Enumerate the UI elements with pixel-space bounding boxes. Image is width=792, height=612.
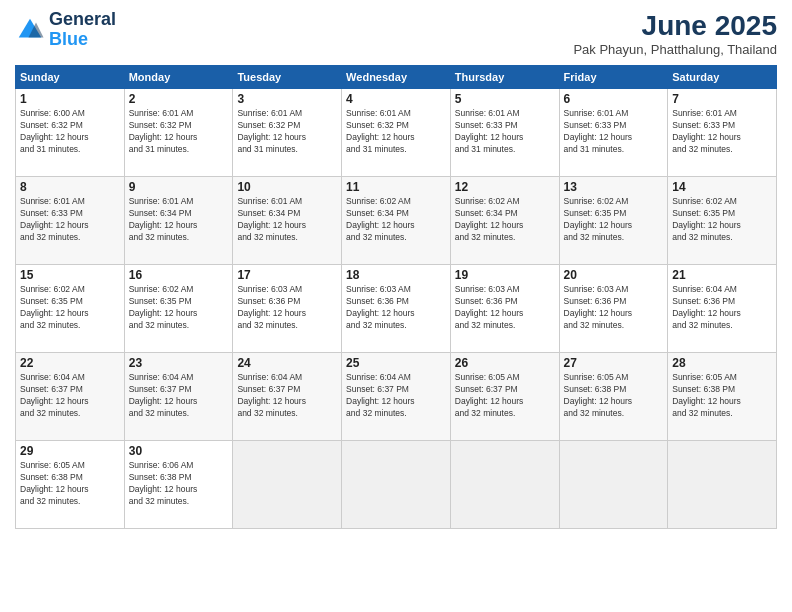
day-info: Sunrise: 6:02 AM Sunset: 6:35 PM Dayligh… [672,196,772,244]
day-number: 22 [20,356,120,370]
day-info: Sunrise: 6:05 AM Sunset: 6:38 PM Dayligh… [20,460,120,508]
calendar-week-row: 1Sunrise: 6:00 AM Sunset: 6:32 PM Daylig… [16,89,777,177]
day-number: 21 [672,268,772,282]
calendar-cell: 21Sunrise: 6:04 AM Sunset: 6:36 PM Dayli… [668,265,777,353]
calendar-cell: 6Sunrise: 6:01 AM Sunset: 6:33 PM Daylig… [559,89,668,177]
day-info: Sunrise: 6:02 AM Sunset: 6:34 PM Dayligh… [346,196,446,244]
day-info: Sunrise: 6:01 AM Sunset: 6:33 PM Dayligh… [455,108,555,156]
day-number: 1 [20,92,120,106]
day-info: Sunrise: 6:02 AM Sunset: 6:34 PM Dayligh… [455,196,555,244]
day-number: 17 [237,268,337,282]
calendar-cell: 12Sunrise: 6:02 AM Sunset: 6:34 PM Dayli… [450,177,559,265]
day-number: 14 [672,180,772,194]
calendar-cell [233,441,342,529]
weekday-header: Thursday [450,66,559,89]
day-number: 10 [237,180,337,194]
calendar-cell: 28Sunrise: 6:05 AM Sunset: 6:38 PM Dayli… [668,353,777,441]
day-info: Sunrise: 6:03 AM Sunset: 6:36 PM Dayligh… [564,284,664,332]
location-subtitle: Pak Phayun, Phatthalung, Thailand [573,42,777,57]
calendar-cell: 23Sunrise: 6:04 AM Sunset: 6:37 PM Dayli… [124,353,233,441]
weekday-header: Wednesday [342,66,451,89]
logo: General Blue [15,10,116,50]
day-number: 15 [20,268,120,282]
day-info: Sunrise: 6:05 AM Sunset: 6:38 PM Dayligh… [672,372,772,420]
day-number: 27 [564,356,664,370]
day-info: Sunrise: 6:00 AM Sunset: 6:32 PM Dayligh… [20,108,120,156]
logo-line2: Blue [49,30,116,50]
day-number: 29 [20,444,120,458]
calendar-cell: 16Sunrise: 6:02 AM Sunset: 6:35 PM Dayli… [124,265,233,353]
day-number: 19 [455,268,555,282]
calendar-cell [450,441,559,529]
weekday-header: Monday [124,66,233,89]
day-info: Sunrise: 6:05 AM Sunset: 6:38 PM Dayligh… [564,372,664,420]
calendar-cell: 9Sunrise: 6:01 AM Sunset: 6:34 PM Daylig… [124,177,233,265]
weekday-header: Friday [559,66,668,89]
calendar-cell: 27Sunrise: 6:05 AM Sunset: 6:38 PM Dayli… [559,353,668,441]
calendar-cell: 2Sunrise: 6:01 AM Sunset: 6:32 PM Daylig… [124,89,233,177]
day-info: Sunrise: 6:01 AM Sunset: 6:32 PM Dayligh… [237,108,337,156]
day-info: Sunrise: 6:01 AM Sunset: 6:33 PM Dayligh… [672,108,772,156]
day-number: 8 [20,180,120,194]
day-info: Sunrise: 6:01 AM Sunset: 6:34 PM Dayligh… [237,196,337,244]
day-number: 11 [346,180,446,194]
calendar-cell: 14Sunrise: 6:02 AM Sunset: 6:35 PM Dayli… [668,177,777,265]
day-info: Sunrise: 6:04 AM Sunset: 6:37 PM Dayligh… [129,372,229,420]
calendar-cell: 19Sunrise: 6:03 AM Sunset: 6:36 PM Dayli… [450,265,559,353]
calendar-cell: 10Sunrise: 6:01 AM Sunset: 6:34 PM Dayli… [233,177,342,265]
logo-text: General Blue [49,10,116,50]
calendar-week-row: 15Sunrise: 6:02 AM Sunset: 6:35 PM Dayli… [16,265,777,353]
day-number: 20 [564,268,664,282]
weekday-header: Saturday [668,66,777,89]
day-number: 2 [129,92,229,106]
calendar-cell: 3Sunrise: 6:01 AM Sunset: 6:32 PM Daylig… [233,89,342,177]
day-info: Sunrise: 6:04 AM Sunset: 6:37 PM Dayligh… [346,372,446,420]
calendar-cell: 22Sunrise: 6:04 AM Sunset: 6:37 PM Dayli… [16,353,125,441]
day-number: 4 [346,92,446,106]
calendar-cell: 25Sunrise: 6:04 AM Sunset: 6:37 PM Dayli… [342,353,451,441]
day-number: 7 [672,92,772,106]
day-info: Sunrise: 6:05 AM Sunset: 6:37 PM Dayligh… [455,372,555,420]
calendar-week-row: 8Sunrise: 6:01 AM Sunset: 6:33 PM Daylig… [16,177,777,265]
day-number: 25 [346,356,446,370]
day-number: 23 [129,356,229,370]
day-info: Sunrise: 6:02 AM Sunset: 6:35 PM Dayligh… [564,196,664,244]
day-info: Sunrise: 6:03 AM Sunset: 6:36 PM Dayligh… [346,284,446,332]
day-info: Sunrise: 6:01 AM Sunset: 6:33 PM Dayligh… [564,108,664,156]
calendar-cell: 30Sunrise: 6:06 AM Sunset: 6:38 PM Dayli… [124,441,233,529]
calendar-week-row: 22Sunrise: 6:04 AM Sunset: 6:37 PM Dayli… [16,353,777,441]
day-number: 18 [346,268,446,282]
calendar-week-row: 29Sunrise: 6:05 AM Sunset: 6:38 PM Dayli… [16,441,777,529]
day-number: 24 [237,356,337,370]
day-info: Sunrise: 6:01 AM Sunset: 6:34 PM Dayligh… [129,196,229,244]
day-info: Sunrise: 6:01 AM Sunset: 6:33 PM Dayligh… [20,196,120,244]
day-info: Sunrise: 6:06 AM Sunset: 6:38 PM Dayligh… [129,460,229,508]
calendar-cell: 18Sunrise: 6:03 AM Sunset: 6:36 PM Dayli… [342,265,451,353]
calendar-cell: 17Sunrise: 6:03 AM Sunset: 6:36 PM Dayli… [233,265,342,353]
day-info: Sunrise: 6:03 AM Sunset: 6:36 PM Dayligh… [455,284,555,332]
calendar-cell: 24Sunrise: 6:04 AM Sunset: 6:37 PM Dayli… [233,353,342,441]
calendar-cell [559,441,668,529]
day-number: 30 [129,444,229,458]
calendar-cell: 7Sunrise: 6:01 AM Sunset: 6:33 PM Daylig… [668,89,777,177]
calendar-cell: 13Sunrise: 6:02 AM Sunset: 6:35 PM Dayli… [559,177,668,265]
calendar-cell: 15Sunrise: 6:02 AM Sunset: 6:35 PM Dayli… [16,265,125,353]
calendar-cell: 29Sunrise: 6:05 AM Sunset: 6:38 PM Dayli… [16,441,125,529]
day-number: 13 [564,180,664,194]
month-title: June 2025 [573,10,777,42]
calendar-cell [668,441,777,529]
day-info: Sunrise: 6:02 AM Sunset: 6:35 PM Dayligh… [20,284,120,332]
calendar-cell: 4Sunrise: 6:01 AM Sunset: 6:32 PM Daylig… [342,89,451,177]
header: General Blue June 2025 Pak Phayun, Phatt… [15,10,777,57]
day-info: Sunrise: 6:04 AM Sunset: 6:37 PM Dayligh… [20,372,120,420]
day-number: 28 [672,356,772,370]
calendar-cell: 26Sunrise: 6:05 AM Sunset: 6:37 PM Dayli… [450,353,559,441]
day-info: Sunrise: 6:04 AM Sunset: 6:36 PM Dayligh… [672,284,772,332]
calendar-cell: 11Sunrise: 6:02 AM Sunset: 6:34 PM Dayli… [342,177,451,265]
weekday-header-row: SundayMondayTuesdayWednesdayThursdayFrid… [16,66,777,89]
day-info: Sunrise: 6:03 AM Sunset: 6:36 PM Dayligh… [237,284,337,332]
day-number: 9 [129,180,229,194]
day-number: 6 [564,92,664,106]
calendar-cell: 20Sunrise: 6:03 AM Sunset: 6:36 PM Dayli… [559,265,668,353]
calendar-cell [342,441,451,529]
